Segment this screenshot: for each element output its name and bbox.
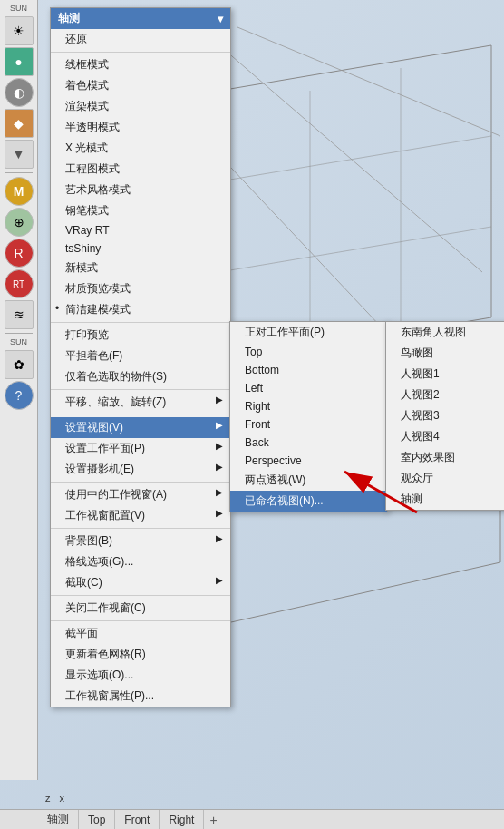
sub2-humanview2[interactable]: 人视图2: [386, 385, 504, 405]
toolbar-btn-triangle[interactable]: ▼: [5, 140, 34, 169]
menu-transform[interactable]: 平移、缩放、旋转(Z): [51, 392, 230, 413]
sep4: [51, 414, 230, 415]
sub1-front[interactable]: Front: [230, 415, 387, 434]
svg-line-12: [219, 45, 482, 272]
sep3: [51, 389, 230, 390]
sub1-perspective[interactable]: Perspective: [230, 452, 387, 470]
toolbar-btn-layers[interactable]: ≋: [5, 300, 34, 329]
menu-shade-selected[interactable]: 仅着色选取的物件(S): [51, 366, 230, 387]
menu-viewport-config[interactable]: 工作视窗配置(V): [51, 505, 230, 526]
menu-header: 轴测 ▾: [51, 8, 230, 29]
menu-tsshiny[interactable]: tsShiny: [51, 239, 230, 258]
menu-matpreview[interactable]: 材质预览模式: [51, 278, 230, 299]
main-context-menu: 轴测 ▾ 还原 线框模式 着色模式 渲染模式 半透明模式 X 光模式 工程图模式…: [50, 7, 231, 707]
menu-engineering[interactable]: 工程图模式: [51, 159, 230, 180]
sun-label-mid: SUN: [10, 337, 27, 346]
tab-add-button[interactable]: +: [204, 811, 222, 829]
sub1-bottom[interactable]: Bottom: [230, 361, 387, 379]
toolbar-btn-rt[interactable]: RT: [5, 269, 34, 298]
menu-restore[interactable]: 还原: [51, 29, 230, 50]
sep6: [51, 528, 230, 529]
svg-line-14: [237, 27, 500, 136]
menu-clipping-plane[interactable]: 截平面: [51, 623, 230, 644]
z-coord: z: [45, 793, 51, 804]
sep5: [51, 482, 230, 483]
menu-vray[interactable]: VRay RT: [51, 221, 230, 239]
x-coord: x: [60, 793, 65, 804]
viewport: SUN ☀ ● ◐ ◆ ▼ M ⊕ R RT ≋ SUN ✿ ? z x 轴测 …: [0, 0, 504, 829]
submenu-named-views: 东南角人视图 鸟瞰图 人视图1 人视图2 人视图3 人视图4 室内效果图 观众厅…: [385, 321, 504, 511]
left-toolbar: SUN ☀ ● ◐ ◆ ▼ M ⊕ R RT ≋ SUN ✿ ?: [0, 0, 38, 780]
toolbar-btn-diamond[interactable]: ◆: [5, 109, 34, 138]
sep7: [51, 595, 230, 596]
sub1-left[interactable]: Left: [230, 379, 387, 397]
menu-display-opts[interactable]: 显示选项(O)...: [51, 665, 230, 686]
sub1-workplane[interactable]: 正对工作平面(P): [230, 322, 387, 343]
sub1-back[interactable]: Back: [230, 434, 387, 452]
menu-shaded[interactable]: 着色模式: [51, 75, 230, 96]
sub2-humanview3[interactable]: 人视图3: [386, 405, 504, 426]
sub2-birdseye[interactable]: 鸟瞰图: [386, 343, 504, 364]
sub2-auditorium[interactable]: 观众厅: [386, 468, 504, 489]
menu-update-mesh[interactable]: 更新着色网格(R): [51, 644, 230, 665]
menu-wireframe[interactable]: 线框模式: [51, 54, 230, 75]
tab-top[interactable]: Top: [79, 810, 115, 829]
menu-newmode[interactable]: 新模式: [51, 258, 230, 278]
menu-flat-shade[interactable]: 平担着色(F): [51, 346, 230, 366]
sun-label-top: SUN: [10, 4, 27, 13]
svg-line-0: [219, 45, 491, 91]
menu-render[interactable]: 渲染模式: [51, 96, 230, 117]
sub2-interior[interactable]: 室内效果图: [386, 447, 504, 468]
toolbar-btn-sphere[interactable]: ●: [5, 47, 34, 76]
tab-axonometric[interactable]: 轴测: [38, 810, 79, 829]
submenu-set-view: 正对工作平面(P) Top Bottom Left Right Front Ba…: [229, 321, 388, 512]
toolbar-btn-help[interactable]: ?: [5, 381, 34, 410]
toolbar-btn-m[interactable]: M: [5, 177, 34, 206]
separator-1: [5, 172, 33, 173]
svg-line-7: [219, 227, 491, 272]
menu-set-camera[interactable]: 设置摄影机(E): [51, 459, 230, 480]
toolbar-btn-circle[interactable]: ⊕: [5, 208, 34, 237]
sub2-southeast[interactable]: 东南角人视图: [386, 322, 504, 343]
sub2-axonometric[interactable]: 轴测: [386, 489, 504, 510]
menu-close-viewport[interactable]: 关闭工作视窗(C): [51, 598, 230, 619]
sub1-right[interactable]: Right: [230, 397, 387, 415]
toolbar-btn-plant[interactable]: ✿: [5, 350, 34, 379]
menu-background[interactable]: 背景图(B): [51, 531, 230, 551]
menu-header-arrow: ▾: [218, 13, 223, 25]
sep8: [51, 620, 230, 621]
menu-translucent[interactable]: 半透明模式: [51, 117, 230, 138]
toolbar-btn-halfsphere[interactable]: ◐: [5, 78, 34, 107]
sub2-humanview4[interactable]: 人视图4: [386, 426, 504, 447]
coord-display: z x: [45, 793, 64, 804]
menu-set-view[interactable]: 设置视图(V): [51, 417, 230, 438]
sub1-named-view[interactable]: 已命名视图(N)...: [230, 491, 387, 512]
menu-capture[interactable]: 截取(C): [51, 572, 230, 593]
sep2: [51, 322, 230, 323]
menu-set-cplane[interactable]: 设置工作平面(P): [51, 438, 230, 459]
toolbar-btn-sun[interactable]: ☀: [5, 16, 34, 45]
svg-line-4: [219, 136, 491, 181]
sub2-humanview1[interactable]: 人视图1: [386, 364, 504, 385]
sub1-two-point[interactable]: 两点透视(W): [230, 470, 387, 491]
sub1-top[interactable]: Top: [230, 343, 387, 361]
menu-xray[interactable]: X 光模式: [51, 138, 230, 159]
menu-active-viewport[interactable]: 使用中的工作视窗(A): [51, 484, 230, 505]
toolbar-btn-r[interactable]: R: [5, 239, 34, 268]
menu-viewport-props[interactable]: 工作视窗属性(P)...: [51, 686, 230, 707]
menu-print-preview[interactable]: 打印预览: [51, 325, 230, 346]
menu-artstyle[interactable]: 艺术风格模式: [51, 180, 230, 200]
menu-simple[interactable]: 简洁建模模式: [51, 299, 230, 320]
tab-right[interactable]: Right: [160, 810, 204, 829]
menu-header-label: 轴测: [58, 11, 80, 26]
menu-pen[interactable]: 钢笔模式: [51, 200, 230, 221]
bottom-tabs: 轴测 Top Front Right +: [0, 809, 504, 829]
separator-2: [5, 333, 33, 334]
tab-front[interactable]: Front: [115, 810, 160, 829]
sep1: [51, 52, 230, 53]
menu-grid[interactable]: 格线选项(G)...: [51, 551, 230, 572]
